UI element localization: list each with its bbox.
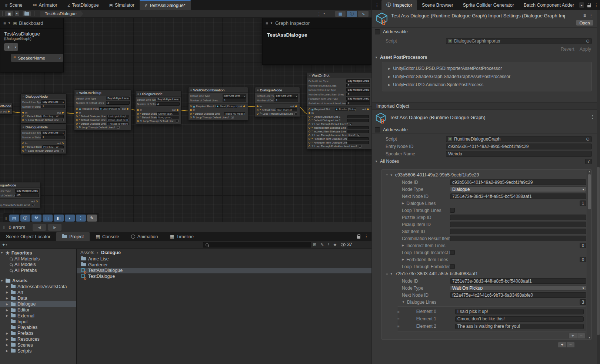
favorite-item-all-prefabs[interactable]: All Prefabs: [0, 267, 76, 273]
port-text-field[interactable]: [347, 137, 369, 140]
tab-scene-object-locator[interactable]: Scene Object Locator: [0, 232, 56, 241]
graph-node-dialoguenode[interactable]: ≡DialogueNodeDefault Line TypeSay One Li…: [20, 93, 67, 123]
port-text-field[interactable]: I said pick it up!: [107, 115, 129, 118]
out-port[interactable]: out: [361, 108, 369, 111]
tab-console[interactable]: ▤Console: [90, 232, 125, 241]
folder-item-resources[interactable]: ▶Resources: [0, 336, 76, 342]
lock-icon[interactable]: [587, 5, 591, 7]
out-port[interactable]: out: [237, 105, 245, 108]
node-menu-icon[interactable]: ≡: [76, 91, 78, 95]
object-picker-icon[interactable]: ⊙: [586, 38, 590, 44]
foldout-arrow-icon[interactable]: ▼: [390, 272, 393, 276]
dropdown-field[interactable]: Wait On Pickup: [450, 285, 586, 291]
scroll-down-icon[interactable]: ▼: [587, 336, 592, 339]
text-field[interactable]: [450, 222, 586, 227]
port-dot-icon[interactable]: [309, 108, 310, 110]
favorite-item-all-models[interactable]: All Models: [0, 262, 76, 268]
node-port-loop-through-default-lines[interactable]: ↻Loop Through Default Lines?: [136, 119, 181, 122]
tab-scene-browser[interactable]: Scene Browser: [417, 0, 458, 10]
port-text-field[interactable]: [347, 141, 369, 144]
inspector-toggle-icon[interactable]: ⓘ: [347, 11, 357, 17]
prev-error-button[interactable]: ◀: [33, 224, 46, 231]
kebab-menu-icon[interactable]: ⋮: [590, 114, 595, 119]
field-dropdown[interactable]: Say Multiple Lines: [346, 79, 370, 83]
drag-handle-icon[interactable]: ≡: [397, 324, 399, 328]
folder-item-scenes[interactable]: ▶Scenes: [0, 342, 76, 348]
foldout-arrow-icon[interactable]: ▶: [5, 297, 9, 300]
out-port[interactable]: out: [1, 110, 10, 113]
port-dot-icon[interactable]: [309, 127, 310, 129]
port-dot-icon[interactable]: [137, 109, 139, 111]
drag-handle-icon[interactable]: ≡: [266, 21, 268, 26]
count-badge[interactable]: 3: [580, 299, 586, 305]
text-field[interactable]: 7251e73e-38d3-44ff-a8c5-bcf54088aaf1: [450, 278, 586, 284]
foldout-arrow-icon[interactable]: ▶: [5, 349, 9, 353]
port-checkbox[interactable]: ✓: [231, 116, 234, 119]
graph-breadcrumb[interactable]: TestAssDialogue: [40, 11, 80, 17]
node-port-in[interactable]: Inout: [21, 142, 66, 145]
node-port-default-dialogue-line-3[interactable]: “Default Dialogue Line 3The ass is waiti…: [74, 122, 131, 125]
port-dot-icon[interactable]: [36, 200, 38, 202]
graph-node-waitoncombination[interactable]: ≡WaitOnCombinationDefault Line TypeSay O…: [188, 87, 248, 121]
node-port-forbidden-item-dialogue-line-1[interactable]: “Forbidden Item Dialogue Line 1: [307, 137, 371, 140]
node-entry-header[interactable]: ≡▼c93b5606-401f-49a2-99b5-9ecbf1fa9c29: [381, 171, 586, 179]
blackboard-property[interactable]: “ SpeakerName ‹: [11, 54, 63, 62]
assets-root[interactable]: ▼Assets: [0, 278, 76, 284]
port-dot-icon[interactable]: [190, 105, 192, 107]
postprocessor-item[interactable]: ▶UnityEditor.U2D.PSD.PSDImporterAssetPos…: [382, 64, 591, 73]
tab-project[interactable]: Project: [56, 232, 90, 241]
port-dot-icon[interactable]: [367, 108, 369, 110]
port-checkbox[interactable]: [61, 119, 64, 121]
drag-handle-icon[interactable]: ≡: [386, 272, 388, 276]
text-field[interactable]: c93b5606-401f-49a2-99b5-9ecbf1fa9c29: [450, 179, 586, 185]
port-dot-icon[interactable]: [22, 119, 24, 121]
foldout-dialogue-lines[interactable]: ▶Dialogue Lines: [381, 201, 580, 206]
foldout-arrow-icon[interactable]: ▶: [5, 285, 9, 288]
add-property-dropdown[interactable]: ▾: [13, 43, 18, 51]
out-port[interactable]: out: [120, 108, 129, 110]
port-dot-icon[interactable]: [257, 109, 259, 111]
folder-item-scripts[interactable]: ▶Scripts: [0, 348, 76, 354]
element-field[interactable]: The ass is waiting there for you!: [455, 324, 584, 329]
file-item-anne-lise[interactable]: Anne Lise: [77, 256, 371, 262]
port-dot-icon[interactable]: [295, 105, 297, 107]
node-port-default-dialogue-line-2[interactable]: “Default Dialogue Line 2Now, go on, .: [136, 116, 181, 119]
node-port-loop-through-default-lines[interactable]: ↻Loop Through Default Lines?✓: [189, 116, 248, 119]
favorite-icon[interactable]: ★: [333, 242, 337, 247]
port-dot-icon[interactable]: [190, 113, 192, 115]
package-icon[interactable]: ⊞: [313, 242, 316, 247]
port-text-field[interactable]: The ass is waiting there for: [107, 122, 129, 125]
transition-icon[interactable]: ◗: [65, 215, 75, 222]
tab-scene[interactable]: #Scene: [0, 0, 28, 10]
speaker-name-field[interactable]: Weirdo: [446, 151, 592, 157]
graph-node-waitonpickup[interactable]: ≡WaitOnPickupDefault Line TypeSay Multip…: [74, 90, 131, 131]
field-number[interactable]: -55: [15, 193, 39, 197]
add-element-button[interactable]: +: [569, 333, 577, 338]
foldout-forbidden-item-lines[interactable]: ▶Forbidden Item Lines: [381, 257, 580, 262]
node-port-loop-through-default-lines[interactable]: ↻Loop Through Default Lines?✓: [307, 122, 371, 125]
node-port-loop-through-default-lines[interactable]: ↻Loop Through Default Lines?: [21, 149, 66, 152]
node-port-loop-through-incorrect-item-lines[interactable]: ↻Loop Through Incorrect Item Lines?✓: [307, 134, 371, 136]
field-dropdown[interactable]: Say One Line: [41, 100, 65, 104]
graph-node-dialoguenode[interactable]: ≡DialogueNodeDefault Line TypeSay Multip…: [135, 91, 181, 124]
tab-inspector[interactable]: ⓘInspector: [381, 0, 417, 10]
kebab-menu-icon[interactable]: ⋮: [594, 3, 599, 8]
folder-item-data[interactable]: ▶Data: [0, 296, 76, 301]
foldout-arrow-icon[interactable]: ▶: [5, 332, 9, 335]
node-port-default-dialogue-line-2[interactable]: “Default Dialogue Line 2Cmon, don't be l…: [74, 118, 131, 121]
folder-item-art[interactable]: ▶Art: [0, 290, 76, 296]
file-item-testdialogue[interactable]: {}TestDialogue: [77, 273, 371, 279]
file-item-gardener[interactable]: Gardener: [77, 262, 371, 268]
text-field[interactable]: 7251e73e-38d3-44ff-a8c5-bcf54088aaf1: [450, 193, 586, 199]
apply-button[interactable]: Apply: [580, 47, 591, 52]
save-button[interactable]: ▣: [5, 11, 14, 17]
grid-view-icon[interactable]: ▦: [335, 11, 346, 17]
node-port-forbidden-item-dialogue-line-2[interactable]: “Forbidden Item Dialogue Line 2: [307, 141, 371, 144]
checkbox[interactable]: [450, 264, 455, 269]
node-menu-icon[interactable]: ≡: [257, 89, 259, 92]
port-dot-icon[interactable]: [22, 150, 24, 152]
remove-element-button[interactable]: −: [577, 333, 586, 338]
port-text-field[interactable]: Now, go on, .: [157, 116, 179, 119]
kebab-menu-icon[interactable]: ⋮: [375, 3, 379, 8]
port-dot-icon[interactable]: [127, 108, 129, 110]
